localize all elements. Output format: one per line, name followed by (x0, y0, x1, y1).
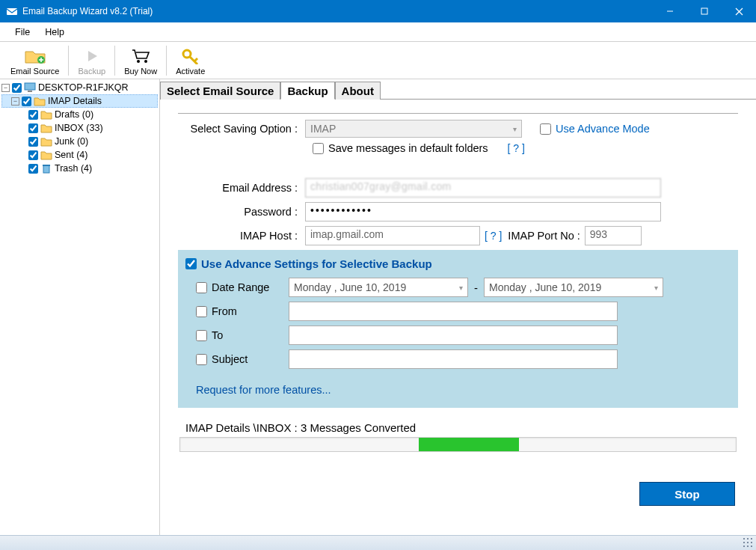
subject-input[interactable] (289, 349, 618, 369)
from-checkbox[interactable] (196, 306, 207, 317)
date-range-dash: - (468, 281, 484, 294)
toolbar-label: Buy Now (124, 67, 157, 76)
host-help[interactable]: [ ? ] (480, 230, 506, 242)
password-label: Password : (178, 206, 305, 218)
tree-folder-trash[interactable]: Trash (4) (1, 162, 158, 175)
to-input[interactable] (289, 326, 618, 345)
sent-icon (40, 149, 52, 161)
advance-settings-checkbox[interactable] (185, 258, 197, 269)
tree-checkbox[interactable] (28, 137, 38, 147)
tree-label: Junk (0) (55, 136, 88, 147)
chevron-down-icon: ▾ (654, 284, 658, 292)
port-input[interactable]: 993 (585, 226, 642, 245)
date-range-label: Date Range (212, 281, 269, 293)
tree-checkbox[interactable] (22, 97, 31, 106)
request-features-link[interactable]: Request for more features... (196, 384, 331, 396)
key-icon (181, 46, 200, 67)
tab-backup[interactable]: Backup (280, 82, 334, 100)
email-label: Email Address : (178, 182, 305, 194)
saving-option-label: Select Saving Option : (178, 123, 305, 135)
save-default-checkbox[interactable] (313, 143, 324, 154)
advance-settings-header: Use Advance Settings for Selective Backu… (201, 257, 432, 270)
progress-label: IMAP Details \INBOX : 3 Messages Convert… (185, 421, 738, 434)
menu-file[interactable]: File (7, 25, 37, 40)
saving-option-value: IMAP (310, 123, 336, 135)
svg-rect-11 (43, 165, 49, 173)
subject-checkbox[interactable] (196, 354, 207, 365)
resize-grip-icon[interactable] (743, 538, 753, 548)
toolbar-label: Backup (78, 67, 105, 76)
work-area: − DESKTOP-R1FJKQR − IMAP Details Drafts … (0, 79, 756, 535)
cart-icon (131, 46, 150, 67)
tree-label: INBOX (33) (55, 123, 103, 133)
tree-checkbox[interactable] (12, 83, 22, 93)
advance-settings-panel: Use Advance Settings for Selective Backu… (178, 250, 738, 408)
stop-button[interactable]: Stop (639, 482, 735, 506)
date-from-picker[interactable]: Monday , June 10, 2019▾ (289, 278, 468, 297)
menu-help[interactable]: Help (37, 25, 72, 40)
date-to-picker[interactable]: Monday , June 10, 2019▾ (484, 278, 663, 297)
saving-option-select[interactable]: IMAP ▾ (305, 120, 522, 138)
main-pane: Select Email Source Backup About Select … (160, 79, 756, 535)
to-checkbox[interactable] (196, 330, 207, 341)
maximize-button[interactable] (687, 0, 722, 22)
progress-bar (179, 437, 737, 452)
svg-point-8 (183, 50, 191, 58)
collapse-icon[interactable]: − (11, 97, 19, 106)
email-input[interactable]: christian007gray@gmail.com (305, 178, 661, 198)
folder-tree[interactable]: − DESKTOP-R1FJKQR − IMAP Details Drafts … (0, 79, 160, 535)
collapse-icon[interactable]: − (1, 84, 10, 92)
save-default-help[interactable]: [ ? ] (503, 142, 529, 154)
tree-checkbox[interactable] (28, 110, 38, 120)
svg-point-7 (144, 60, 147, 63)
tab-select-source[interactable]: Select Email Source (160, 82, 280, 100)
tree-imap-details[interactable]: − IMAP Details (1, 94, 158, 108)
buy-now-button[interactable]: Buy Now (118, 43, 163, 79)
tree-label: Trash (4) (55, 163, 92, 174)
backup-button[interactable]: Backup (72, 43, 111, 79)
advance-mode-link[interactable]: Use Advance Mode (556, 123, 650, 135)
play-icon (84, 46, 100, 67)
chevron-down-icon: ▾ (459, 284, 463, 292)
tree-folder-sent[interactable]: Sent (4) (1, 148, 158, 162)
toolbar: Email Source Backup Buy Now Activate (0, 42, 756, 79)
host-label: IMAP Host : (178, 230, 305, 242)
email-source-button[interactable]: Email Source (4, 43, 65, 79)
tree-folder-inbox[interactable]: INBOX (33) (1, 121, 158, 135)
tree-root[interactable]: − DESKTOP-R1FJKQR (1, 81, 158, 94)
toolbar-label: Activate (176, 67, 205, 76)
activate-button[interactable]: Activate (170, 43, 211, 79)
tree-label: Sent (4) (55, 150, 87, 160)
minimize-button[interactable] (653, 0, 687, 22)
toolbar-label: Email Source (10, 67, 59, 76)
svg-rect-9 (25, 83, 35, 90)
svg-rect-2 (701, 8, 707, 14)
toolbar-separator (114, 46, 115, 76)
tree-label: Drafts (0) (55, 109, 93, 120)
title-bar: Email Backup Wizard v8.2 (Trial) (0, 0, 756, 22)
tree-checkbox[interactable] (28, 150, 38, 160)
advance-mode-checkbox[interactable] (540, 123, 551, 135)
chevron-down-icon: ▾ (513, 125, 517, 133)
date-range-checkbox[interactable] (196, 282, 207, 293)
tab-about[interactable]: About (335, 82, 381, 100)
tree-checkbox[interactable] (28, 164, 38, 174)
tree-checkbox[interactable] (28, 123, 38, 133)
password-input[interactable]: •••••••••••• (305, 202, 661, 221)
window-title: Email Backup Wizard v8.2 (Trial) (22, 6, 653, 16)
svg-rect-10 (28, 91, 32, 92)
tab-strip: Select Email Source Backup About (160, 81, 756, 100)
host-input[interactable]: imap.gmail.com (305, 226, 480, 245)
tree-folder-junk[interactable]: Junk (0) (1, 135, 158, 148)
to-label: To (212, 329, 223, 341)
progress-fill (419, 438, 519, 451)
toolbar-separator (166, 46, 167, 76)
svg-point-6 (137, 60, 140, 63)
close-button[interactable] (722, 0, 756, 22)
tree-folder-drafts[interactable]: Drafts (0) (1, 108, 158, 121)
from-input[interactable] (289, 302, 618, 321)
drafts-icon (40, 109, 52, 120)
save-default-label: Save messages in default folders (328, 142, 488, 154)
app-icon (6, 5, 18, 17)
computer-icon (24, 82, 36, 94)
